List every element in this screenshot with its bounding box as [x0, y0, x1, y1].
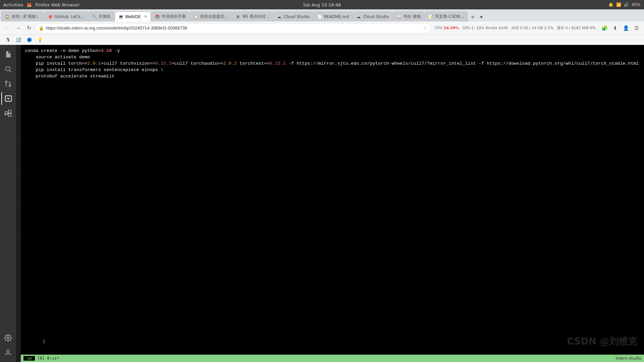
gutter-line: ~ [16, 210, 21, 217]
activity-icon-terminal[interactable] [1, 92, 15, 105]
svg-point-3 [5, 81, 7, 83]
firefox-account-icon[interactable]: 👤 [621, 23, 631, 33]
cpu-label: CPU [435, 26, 444, 30]
tab-cloudstudio2-label: Cloud Studio [363, 14, 389, 19]
nav-bar: ← → ↻ 🔒 ☆ CPU 14.39% GPU-1: 10% Nvidia A… [0, 21, 644, 35]
tab-home[interactable]: 🏠 孙刘（旷视版） [1, 11, 44, 21]
watermark: CSDN @刘维克 [567, 335, 637, 348]
bookmark-1[interactable]: 🐧 [3, 37, 13, 43]
tab-8g[interactable]: 🖥 8G 显存玩转... [232, 11, 273, 21]
svg-rect-8 [8, 114, 11, 116]
vram-stat: 显存 0 / 8182 MiB 0% [557, 25, 596, 31]
bookmark-4[interactable]: 💡 [35, 37, 45, 43]
bookmark-4-icon: 💡 [38, 38, 42, 42]
bookmark-3-icon: 🔵 [27, 38, 32, 42]
gutter-line: ~ [16, 217, 21, 223]
status-bar-right: intern-studio [615, 356, 641, 361]
tab-xuesheng[interactable]: 📚 学员闯关手册 [151, 11, 190, 21]
volume-icon[interactable]: 🔊 [624, 2, 629, 7]
bookmark-bar: 🐧 🔄 🔵 💡 [0, 35, 644, 45]
tab-dev-label: 开发机 [99, 14, 111, 19]
bookmark-3[interactable]: 🔵 [24, 37, 34, 43]
tab-xuesheng-icon: 📚 [155, 14, 160, 19]
gutter-line: ~ [16, 134, 21, 140]
os-topbar-left: Activities 🦊 Firefox Web Browser [3, 2, 80, 7]
notification-icon[interactable]: 🔔 [608, 2, 613, 7]
svg-rect-7 [8, 110, 11, 113]
browser-favicon: 🦊 [26, 2, 32, 7]
ram-pct: 2.1% [544, 26, 553, 30]
tab-bar: 🏠 孙刘（旷视版） 🐙 GitHub: Let's... 🔧 开发机 💻 Web… [0, 9, 644, 21]
tab-cloudstudio1[interactable]: ☁ Cloud Studio [273, 11, 313, 21]
tab-dev[interactable]: 🔧 开发机 [88, 11, 114, 21]
network-icon[interactable]: 📶 [616, 2, 621, 7]
nav-right-icons: CPU 14.39% GPU-1: 10% Nvidia A100 内存 0.5… [432, 23, 641, 33]
gutter-line: ~ [16, 166, 21, 172]
gutter-line: ~ [16, 185, 21, 191]
gutter-line: ~ [16, 204, 21, 210]
address-bar-container[interactable]: 🔒 ☆ [35, 23, 431, 33]
activity-icon-explorer[interactable] [1, 48, 15, 61]
activity-icon-extensions[interactable] [1, 107, 15, 120]
activity-icon-settings[interactable] [1, 331, 15, 345]
activity-icon-source-control[interactable] [1, 77, 15, 90]
back-button[interactable]: ← [3, 23, 12, 33]
bookmark-2[interactable]: 🔄 [13, 37, 23, 43]
tab-yueke[interactable]: 📋 阅关信息提交... [190, 11, 232, 21]
menu-icon[interactable]: ☰ [632, 23, 641, 33]
gutter-line: ~ [16, 115, 21, 121]
tab-webide-close[interactable]: ✕ [144, 14, 147, 19]
svg-line-1 [9, 70, 11, 72]
status-bar-left: :wc [0] 0:vi* [23, 356, 59, 361]
vram-label: 显存 0 / 8182 MiB [557, 26, 590, 30]
tab-xuesheng-label: 学员闯关手册 [162, 14, 186, 19]
tab-info: [0] 0:vi* [38, 356, 59, 361]
forward-button[interactable]: → [13, 23, 23, 33]
tab-webide-icon: 💻 [118, 14, 123, 19]
tab-home-label: 孙刘（旷视版） [12, 14, 40, 19]
tab-readme[interactable]: 📄 README.md [314, 11, 353, 21]
browser: 🏠 孙刘（旷视版） 🐙 GitHub: Let's... 🔧 开发机 💻 Web… [0, 9, 644, 362]
activities-label[interactable]: Activities [3, 2, 23, 7]
tab-cloudstudio2[interactable]: ☁ Cloud Studio [353, 11, 392, 21]
battery-label: 45% [632, 2, 641, 7]
gutter-line: ~ [16, 140, 21, 147]
tab-xiewenzhan-icon: 📝 [428, 14, 433, 19]
tab-yueke-icon: 📋 [194, 14, 198, 19]
activity-icon-search[interactable] [1, 62, 15, 76]
activity-icon-account[interactable] [1, 346, 15, 359]
terminal[interactable]: conda create -n demo python=3.10 -y sour… [21, 45, 644, 355]
gutter-line: ~ [16, 96, 21, 102]
tab-list-button[interactable]: ▾ [477, 12, 485, 21]
os-datetime: Sat Aug 10 18:48 [303, 2, 341, 7]
extensions-icon[interactable]: 🧩 [600, 23, 609, 33]
tab-webide[interactable]: 💻 WebIDE ✕ [115, 11, 151, 21]
address-input[interactable] [46, 25, 421, 31]
new-tab-button[interactable]: + [468, 12, 477, 21]
svg-rect-5 [5, 96, 11, 102]
gutter-line: ~ [16, 153, 21, 160]
tab-webide-label: WebIDE [125, 14, 141, 19]
lock-icon: 🔒 [39, 25, 44, 31]
vscode-gutter: ~ ~ ~ ~ ~ ~ ~ ~ ~ ~ ~ ~ ~ ~ ~ ~ ~ ~ ~ ~ … [16, 45, 21, 362]
tab-github-icon: 🐙 [48, 14, 52, 19]
gutter-line: ~ [16, 236, 21, 242]
svg-point-10 [7, 337, 9, 339]
gutter-line: ~ [16, 102, 21, 109]
gutter-line: ~ [16, 128, 21, 134]
bookmark-icon[interactable]: ⬇ [610, 23, 620, 33]
os-topbar-right: 🔔 📶 🔊 45% [608, 2, 641, 7]
gutter-line: ~ [16, 77, 21, 83]
reload-button[interactable]: ↻ [24, 23, 34, 33]
gpu-stat: GPU-1: 10% Nvidia A100 [463, 26, 508, 30]
tab-xiewenzhan[interactable]: 📝 写文章-CSDN... [425, 11, 468, 21]
gpu-label: GPU-1: 10% Nvidia A100 [463, 26, 508, 30]
svg-point-11 [7, 350, 9, 352]
star-icon[interactable]: ☆ [423, 25, 427, 31]
gutter-line: ~ [16, 242, 21, 249]
ram-label: 内存 0.50 / 24 GB [512, 26, 544, 30]
tab-github[interactable]: 🐙 GitHub: Let's... [44, 11, 88, 21]
gutter-line: ~ [16, 89, 21, 96]
tab-shusheng[interactable]: 📖 书生·浦海 [393, 11, 424, 21]
gutter-line: ~ [16, 83, 21, 89]
